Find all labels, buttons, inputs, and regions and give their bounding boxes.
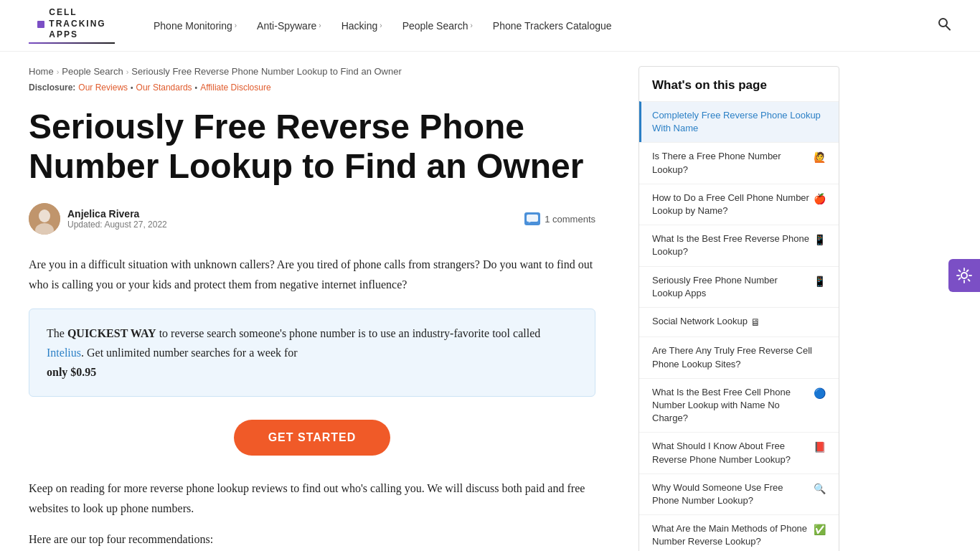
toc-item-label-7: What Is the Best Free Cell Phone Number … (652, 386, 811, 425)
callout-intelius-link[interactable]: Intelius (47, 347, 81, 359)
search-icon[interactable] (937, 17, 951, 34)
toc-emoji-10: ✅ (814, 523, 826, 537)
svg-point-3 (39, 209, 50, 222)
toc-emoji-5: 🖥 (750, 316, 760, 330)
disclosure-bar: Disclosure: Our Reviews • Our Standards … (29, 83, 595, 93)
logo-text: CELL TRACKING APPS (49, 7, 105, 41)
author-info: Anjelica Rivera Updated: August 27, 2022 (29, 203, 167, 235)
toc-item-3[interactable]: What Is the Best Free Reverse Phone Look… (639, 225, 839, 265)
chevron-down-icon: › (319, 22, 321, 29)
toc-item-7[interactable]: What Is the Best Free Cell Phone Number … (639, 378, 839, 433)
disclosure-our-reviews[interactable]: Our Reviews (78, 83, 128, 93)
toc-item-10[interactable]: What Are the Main Methods of Phone Numbe… (639, 514, 839, 551)
breadcrumb-sep-1: › (57, 67, 60, 76)
breadcrumb: Home › People Search › Seriously Free Re… (29, 66, 595, 77)
toc-item-6[interactable]: Are There Any Truly Free Reverse Cell Ph… (639, 336, 839, 377)
toc-emoji-3: 📱 (814, 233, 826, 248)
chevron-down-icon: › (380, 22, 382, 29)
page-wrapper: Home › People Search › Seriously Free Re… (0, 52, 980, 551)
disclosure-label: Disclosure: (29, 83, 75, 93)
comment-icon (524, 212, 540, 225)
toc-item-2[interactable]: How to Do a Free Cell Phone Number Looku… (639, 184, 839, 225)
breadcrumb-current: Seriously Free Reverse Phone Number Look… (131, 66, 401, 77)
toc-item-label-2: How to Do a Free Cell Phone Number Looku… (652, 192, 811, 217)
svg-rect-5 (527, 215, 538, 222)
svg-marker-6 (528, 222, 531, 223)
toc-header: What's on this page (639, 67, 839, 101)
main-nav: Phone Monitoring › Anti-Spyware › Hackin… (143, 14, 937, 37)
nav-item-phone-monitoring[interactable]: Phone Monitoring › (143, 14, 247, 37)
toc-item-label-3: What Is the Best Free Reverse Phone Look… (652, 232, 811, 258)
callout-text-1: The (47, 327, 67, 339)
chevron-down-icon: › (235, 22, 237, 29)
nav-item-people-search[interactable]: People Search › (392, 14, 483, 37)
get-started-button[interactable]: GET STARTED (234, 420, 391, 456)
toc-item-label-8: What Should I Know About Free Reverse Ph… (652, 440, 811, 466)
callout-box: The QUICKEST WAY to reverse search someo… (29, 309, 595, 397)
toc-box: What's on this page Completely Free Reve… (639, 66, 839, 551)
callout-bold-quickest: QUICKEST WAY (67, 327, 156, 339)
svg-line-1 (946, 26, 951, 30)
avatar (29, 203, 60, 235)
nav-item-anti-spyware[interactable]: Anti-Spyware › (247, 14, 331, 37)
nav-item-phone-trackers[interactable]: Phone Trackers Catalogue (483, 14, 622, 37)
nav-item-hacking[interactable]: Hacking › (331, 14, 392, 37)
logo-square-icon (37, 21, 44, 28)
logo-line-decoration (29, 42, 115, 44)
article-title: Seriously Free Reverse Phone Number Look… (29, 107, 595, 186)
disc-dot-1: • (131, 84, 133, 92)
disc-dot-2: • (195, 84, 198, 92)
site-header: CELL TRACKING APPS Phone Monitoring › An… (0, 0, 980, 52)
main-content: Home › People Search › Seriously Free Re… (29, 52, 624, 551)
comment-count[interactable]: 1 comments (524, 212, 595, 225)
callout-text-2: to reverse search someone's phone number… (156, 327, 541, 339)
body-paragraph-1: Keep on reading for more reverse phone l… (29, 479, 595, 517)
author-name: Anjelica Rivera (67, 208, 167, 220)
right-widget[interactable] (948, 259, 980, 292)
toc-item-1[interactable]: Is There a Free Phone Number Lookup? 🙋 (639, 142, 839, 183)
toc-item-label-0: Completely Free Reverse Phone Lookup Wit… (652, 109, 826, 135)
toc-emoji-8: 📕 (814, 441, 826, 455)
svg-point-7 (961, 273, 967, 278)
toc-item-8[interactable]: What Should I Know About Free Reverse Ph… (639, 432, 839, 473)
sidebar: What's on this page Completely Free Reve… (624, 52, 839, 551)
toc-emoji-7: 🔵 (814, 387, 826, 401)
toc-item-label-4: Seriously Free Phone Number Lookup Apps (652, 274, 811, 300)
toc-emoji-2: 🍎 (814, 192, 826, 207)
toc-item-label-5: Social Network Lookup (652, 315, 748, 328)
toc-emoji-1: 🙋 (814, 151, 826, 165)
breadcrumb-home[interactable]: Home (29, 66, 54, 77)
toc-item-label-1: Is There a Free Phone Number Lookup? (652, 150, 811, 176)
breadcrumb-people-search[interactable]: People Search (62, 66, 123, 77)
author-row: Anjelica Rivera Updated: August 27, 2022… (29, 203, 595, 235)
toc-item-5[interactable]: Social Network Lookup 🖥 (639, 307, 839, 337)
cta-wrapper: GET STARTED (29, 420, 595, 456)
toc-emoji-9: 🔍 (814, 482, 826, 496)
author-date: Updated: August 27, 2022 (67, 220, 167, 230)
author-details: Anjelica Rivera Updated: August 27, 2022 (67, 208, 167, 230)
toc-item-4[interactable]: Seriously Free Phone Number Lookup Apps … (639, 266, 839, 307)
chevron-down-icon: › (470, 22, 472, 29)
toc-emoji-4: 📱 (814, 275, 826, 289)
toc-item-label-9: Why Would Someone Use Free Phone Number … (652, 481, 811, 507)
toc-item-9[interactable]: Why Would Someone Use Free Phone Number … (639, 474, 839, 514)
comment-count-text: 1 comments (545, 214, 595, 225)
callout-text-3: . Get unlimited number searches for a we… (81, 347, 298, 359)
callout-price: only $0.95 (47, 366, 96, 378)
body-paragraph-2: Here are our top four recommendations: (29, 529, 595, 549)
toc-item-label-10: What Are the Main Methods of Phone Numbe… (652, 522, 811, 548)
toc-item-0[interactable]: Completely Free Reverse Phone Lookup Wit… (639, 101, 839, 142)
site-logo[interactable]: CELL TRACKING APPS (29, 7, 115, 44)
disclosure-affiliate[interactable]: Affiliate Disclosure (200, 83, 270, 93)
breadcrumb-sep-2: › (126, 67, 129, 76)
disclosure-our-standards[interactable]: Our Standards (136, 83, 192, 93)
toc-item-label-6: Are There Any Truly Free Reverse Cell Ph… (652, 344, 826, 370)
intro-paragraph: Are you in a difficult situation with un… (29, 255, 595, 293)
